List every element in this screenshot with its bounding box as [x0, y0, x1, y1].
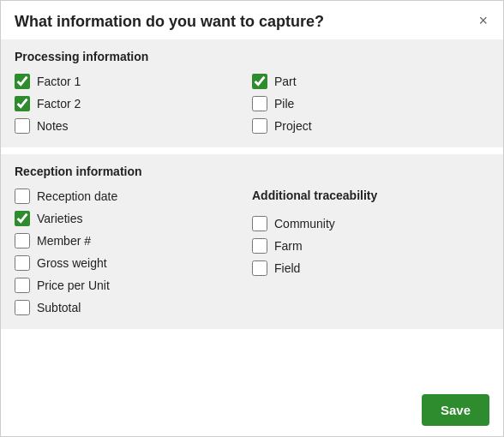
price-per-unit-label: Price per Unit	[37, 278, 110, 292]
list-item[interactable]: Pile	[252, 96, 489, 111]
member-checkbox[interactable]	[15, 233, 30, 248]
member-label: Member #	[37, 234, 91, 248]
reception-columns: Reception date Varieties Member # Gross …	[15, 189, 489, 315]
part-checkbox[interactable]	[252, 74, 267, 89]
varieties-label: Varieties	[37, 212, 82, 225]
project-checkbox[interactable]	[252, 118, 267, 134]
community-label: Community	[274, 217, 335, 230]
farm-label: Farm	[274, 239, 303, 253]
additional-traceability-title: Additional traceability	[252, 189, 489, 202]
list-item[interactable]: Varieties	[15, 211, 252, 226]
list-item[interactable]: Member #	[15, 233, 252, 248]
field-label: Field	[274, 261, 300, 275]
list-item[interactable]: Community	[252, 216, 489, 231]
varieties-checkbox[interactable]	[15, 211, 30, 226]
processing-left-col: Factor 1 Factor 2 Notes	[15, 74, 252, 134]
modal-footer: Save	[1, 336, 503, 436]
modal-title: What information do you want to capture?	[15, 13, 324, 31]
community-checkbox[interactable]	[252, 216, 267, 231]
part-label: Part	[274, 75, 297, 88]
processing-columns: Factor 1 Factor 2 Notes Part P	[15, 74, 489, 134]
reception-right-col: Additional traceability Community Farm F…	[252, 189, 489, 315]
reception-date-label: Reception date	[37, 189, 117, 203]
list-item[interactable]: Field	[252, 260, 489, 276]
save-button[interactable]: Save	[422, 394, 489, 426]
close-button[interactable]: ×	[477, 13, 489, 28]
reception-section-title: Reception information	[15, 165, 489, 178]
factor2-label: Factor 2	[37, 97, 81, 111]
list-item[interactable]: Price per Unit	[15, 278, 252, 293]
modal-header: What information do you want to capture?…	[1, 1, 503, 39]
reception-section: Reception information Reception date Var…	[1, 154, 503, 329]
gross-weight-label: Gross weight	[37, 256, 107, 270]
list-item[interactable]: Factor 1	[15, 74, 252, 89]
field-checkbox[interactable]	[252, 260, 267, 276]
list-item[interactable]: Factor 2	[15, 96, 252, 111]
list-item[interactable]: Part	[252, 74, 489, 89]
gross-weight-checkbox[interactable]	[15, 255, 30, 271]
processing-right-col: Part Pile Project	[252, 74, 489, 134]
list-item[interactable]: Project	[252, 118, 489, 134]
project-label: Project	[274, 119, 312, 133]
notes-label: Notes	[37, 119, 69, 133]
notes-checkbox[interactable]	[15, 118, 30, 134]
subtotal-checkbox[interactable]	[15, 300, 30, 315]
farm-checkbox[interactable]	[252, 238, 267, 254]
list-item[interactable]: Farm	[252, 238, 489, 254]
factor2-checkbox[interactable]	[15, 96, 30, 111]
reception-left-col: Reception date Varieties Member # Gross …	[15, 189, 252, 315]
factor1-checkbox[interactable]	[15, 74, 30, 89]
price-per-unit-checkbox[interactable]	[15, 278, 30, 293]
pile-checkbox[interactable]	[252, 96, 267, 111]
list-item[interactable]: Gross weight	[15, 255, 252, 271]
reception-date-checkbox[interactable]	[15, 189, 30, 204]
list-item[interactable]: Subtotal	[15, 300, 252, 315]
factor1-label: Factor 1	[37, 75, 81, 88]
list-item[interactable]: Reception date	[15, 189, 252, 204]
subtotal-label: Subtotal	[37, 301, 81, 314]
pile-label: Pile	[274, 97, 294, 111]
list-item[interactable]: Notes	[15, 118, 252, 134]
processing-section-title: Processing information	[15, 50, 489, 63]
additional-col: Community Farm Field	[252, 216, 489, 276]
processing-section: Processing information Factor 1 Factor 2…	[1, 39, 503, 147]
modal: What information do you want to capture?…	[0, 0, 504, 437]
